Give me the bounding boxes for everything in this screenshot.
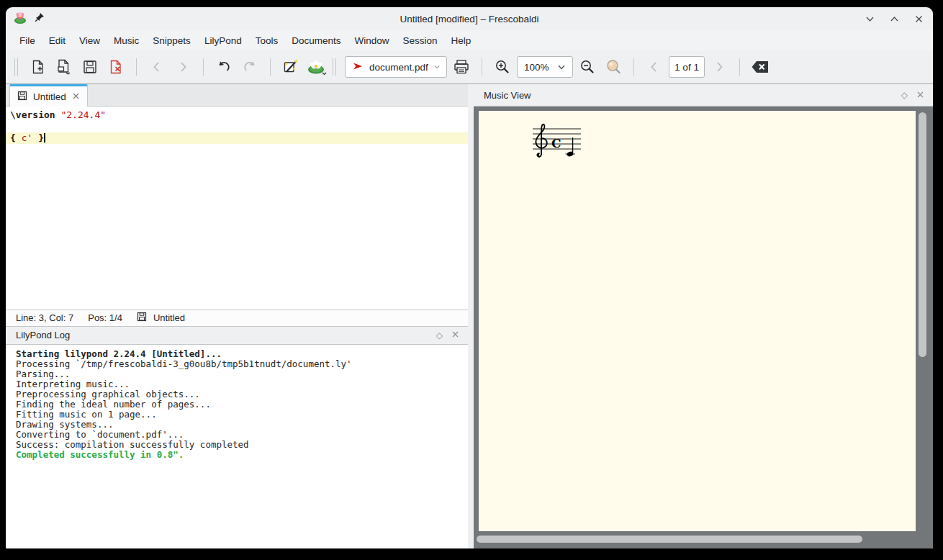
close-button[interactable]: [911, 12, 926, 26]
menu-view[interactable]: View: [79, 35, 100, 46]
magnifier-loupe-button[interactable]: [602, 55, 625, 78]
music-view-canvas[interactable]: C: [474, 107, 933, 548]
window-title: Untitled [modified] – Frescobaldi: [6, 14, 933, 24]
music-view-pane: Music View ◇: [474, 84, 933, 548]
document-selector-combo[interactable]: document.pdf: [345, 56, 447, 78]
zoom-in-button[interactable]: [491, 55, 514, 78]
log-line: Parsing...: [16, 369, 468, 379]
tab-close-icon[interactable]: [72, 91, 80, 102]
log-line: Fitting music on 1 page...: [16, 410, 468, 420]
log-line: Starting lilypond 2.24.4 [Untitled]...: [16, 349, 468, 359]
menu-help[interactable]: Help: [451, 35, 472, 46]
code-line-2: [6, 121, 468, 132]
music-view-title: Music View: [484, 90, 531, 101]
code-editor[interactable]: \version "2.24.4" { c' }: [6, 107, 468, 310]
pane-splitter[interactable]: [468, 84, 474, 548]
toolbar-handle[interactable]: [333, 58, 336, 76]
next-page-button[interactable]: [708, 55, 731, 78]
log-line: Converting to `document.pdf'...: [16, 430, 468, 440]
menu-snippets[interactable]: Snippets: [153, 35, 191, 46]
log-line: Drawing systems...: [16, 420, 468, 430]
save-state-icon: [17, 91, 27, 103]
print-button[interactable]: [450, 55, 473, 78]
log-line: Interpreting music...: [16, 379, 468, 389]
undo-button[interactable]: [212, 55, 235, 78]
app-window: Untitled [modified] – Frescobaldi File E…: [6, 7, 933, 548]
horizontal-scrollbar-thumb[interactable]: [477, 536, 862, 543]
menu-file[interactable]: File: [19, 35, 35, 46]
statusbar-document-name: Untitled: [153, 312, 185, 323]
statusbar-position: Pos: 1/4: [88, 312, 122, 323]
close-panel-icon[interactable]: [916, 90, 924, 101]
quarter-note: [566, 137, 576, 157]
menu-lilypond[interactable]: LilyPond: [204, 35, 242, 46]
statusbar-line-col: Line: 3, Col: 7: [16, 312, 73, 323]
app-icon: [13, 10, 27, 27]
log-line-success: Completed successfully in 0.8".: [16, 450, 468, 460]
lilypond-log-title: LilyPond Log: [16, 330, 70, 340]
chevron-down-icon: [557, 63, 566, 71]
log-line: Finding the ideal number of pages...: [16, 399, 468, 410]
pin-icon[interactable]: [34, 12, 45, 26]
code-line-1: \version "2.24.4": [6, 109, 468, 121]
float-panel-icon[interactable]: ◇: [436, 331, 443, 340]
tab-untitled[interactable]: Untitled: [9, 84, 88, 107]
text-caret: [44, 133, 45, 143]
toolbar-separator: [136, 58, 137, 76]
forward-button[interactable]: [171, 55, 194, 78]
vertical-scrollbar-thumb[interactable]: [919, 112, 926, 357]
editor-pane: Untitled \version "2.24.4" { c' } Line: …: [6, 84, 468, 548]
version-keyword: \version: [10, 109, 55, 120]
lilypond-engrave-button[interactable]: [305, 55, 328, 78]
menu-window[interactable]: Window: [354, 35, 389, 46]
close-document-button[interactable]: [104, 55, 127, 78]
music-score: C: [479, 111, 637, 183]
log-line: Success: compilation successfully comple…: [16, 440, 468, 450]
titlebar[interactable]: Untitled [modified] – Frescobaldi: [6, 7, 933, 30]
maximize-button[interactable]: [887, 12, 901, 26]
chevron-down-icon: [434, 63, 440, 71]
menu-documents[interactable]: Documents: [292, 35, 340, 46]
menu-music[interactable]: Music: [114, 35, 139, 46]
menubar: File Edit View Music Snippets LilyPond T…: [6, 30, 933, 50]
new-document-button[interactable]: [27, 55, 50, 78]
float-panel-icon[interactable]: ◇: [901, 91, 908, 99]
menu-tools[interactable]: Tools: [256, 35, 279, 46]
toolbar-separator: [482, 58, 482, 76]
zoom-level-value: 100%: [524, 62, 549, 73]
lilypond-log-header[interactable]: LilyPond Log ◇: [6, 326, 468, 345]
page-number-field[interactable]: 1 of 1: [669, 56, 705, 78]
score-page[interactable]: C: [479, 111, 916, 531]
page-indicator: 1 of 1: [674, 62, 699, 73]
toolbar: document.pdf 100%: [6, 50, 933, 84]
open-document-button[interactable]: [53, 55, 76, 78]
save-document-button[interactable]: [78, 55, 101, 78]
previous-page-button[interactable]: [643, 55, 666, 78]
note-token: c': [22, 132, 33, 143]
minimize-button[interactable]: [862, 12, 877, 26]
menu-session[interactable]: Session: [402, 35, 437, 46]
engrave-preview-button[interactable]: [279, 55, 302, 78]
toolbar-separator: [633, 58, 634, 76]
toolbar-handle[interactable]: [14, 58, 18, 76]
code-line-3-current: { c' }: [6, 132, 468, 144]
time-signature: C: [551, 136, 561, 150]
main-area: Untitled \version "2.24.4" { c' } Line: …: [6, 84, 933, 548]
document-selector-value: document.pdf: [369, 62, 428, 73]
close-panel-icon[interactable]: [451, 330, 459, 340]
music-view-header[interactable]: Music View ◇: [474, 84, 933, 107]
document-tabbar: Untitled: [6, 84, 468, 107]
back-button[interactable]: [145, 55, 168, 78]
zoom-out-button[interactable]: [576, 55, 599, 78]
clear-log-button[interactable]: [749, 55, 772, 78]
log-line: Preprocessing graphical objects...: [16, 389, 468, 399]
toolbar-separator: [270, 58, 271, 76]
tab-label: Untitled: [33, 91, 66, 102]
pdf-icon: [352, 60, 364, 74]
toolbar-separator: [203, 58, 204, 76]
zoom-level-combo[interactable]: 100%: [517, 56, 573, 78]
menu-edit[interactable]: Edit: [49, 35, 66, 46]
statusbar: Line: 3, Col: 7 Pos: 1/4 Untitled: [6, 310, 468, 326]
redo-button[interactable]: [238, 55, 261, 78]
lilypond-log-output[interactable]: Starting lilypond 2.24.4 [Untitled]... P…: [6, 345, 468, 549]
